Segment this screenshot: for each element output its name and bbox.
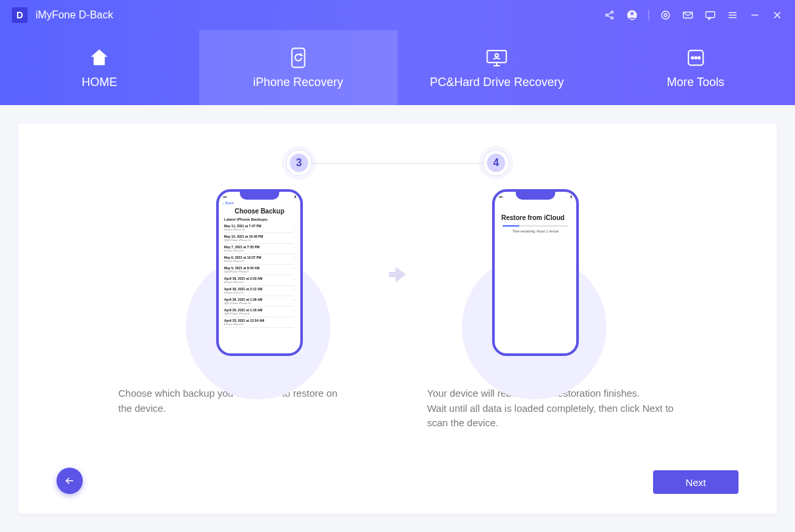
app-title: iMyFone D-Back <box>35 9 113 21</box>
backup-row: May 6, 2021 at 10:57 PMiPhone iPhone 8 <box>224 254 295 265</box>
backup-row: April 28, 2021 at 1:29 AM我的 iPhone iPhon… <box>224 296 295 307</box>
nav-more-label: More Tools <box>667 76 725 89</box>
nav-more-tools[interactable]: More Tools <box>597 30 796 105</box>
backup-row: May 10, 2021 at 10:40 PM我的 iPhone iPhone… <box>224 233 295 244</box>
backup-row: May 7, 2021 at 7:35 PMiPhone iPhone 8 <box>224 244 295 254</box>
svg-point-7 <box>662 11 670 19</box>
nav-pc-recovery[interactable]: PC&Hard Drive Recovery <box>398 30 597 105</box>
nav-home-label: HOME <box>81 76 117 89</box>
step-badge-4: 4 <box>483 150 509 176</box>
titlebar: D iMyFone D-Back <box>0 0 795 30</box>
nav-pc-label: PC&Hard Drive Recovery <box>430 76 564 89</box>
phone-progress-text: Time remaining: About 1 minute <box>495 229 576 233</box>
svg-point-2 <box>611 17 613 19</box>
svg-point-21 <box>495 53 499 56</box>
svg-point-24 <box>694 56 696 58</box>
backup-row: April 26, 2021 at 1:19 AM我的 iPhone iPhon… <box>224 307 295 317</box>
minimize-icon[interactable] <box>749 9 761 21</box>
phone-progress-bar <box>503 225 568 227</box>
account-icon[interactable] <box>626 9 638 21</box>
phone-step-3: ‹ Back Choose Backup Latest iPhone Backu… <box>174 189 345 356</box>
backup-row: May 5, 2021 at 9:42 AM我的iPhone iPhone 8 <box>224 265 295 275</box>
home-icon <box>88 47 110 69</box>
app-logo: D <box>12 7 28 23</box>
phone-left-subheading: Latest iPhone Backups <box>219 217 300 223</box>
phone-back-label: ‹ Back <box>219 201 300 206</box>
svg-line-4 <box>608 16 611 18</box>
backup-row: April 25, 2021 at 12:54 AMiPhone iPhone … <box>224 317 295 328</box>
main-nav: HOME iPhone Recovery PC&Hard Drive Recov… <box>0 30 795 105</box>
svg-rect-10 <box>706 12 715 18</box>
phone-refresh-icon <box>288 47 308 69</box>
backup-row: April 30, 2021 at 2:12 AMiPhone iPhone 8 <box>224 286 295 296</box>
arrow-between-steps <box>384 189 411 360</box>
more-icon <box>686 47 706 69</box>
step-badge-3: 3 <box>286 150 312 176</box>
monitor-icon <box>486 47 508 69</box>
phone-left-heading: Choose Backup <box>219 206 300 217</box>
svg-point-6 <box>631 12 634 15</box>
backup-list: May 11, 2021 at 7:47 PMiPhone iPhone XsM… <box>219 223 300 328</box>
svg-point-0 <box>606 14 608 16</box>
backup-row: April 30, 2021 at 2:03 AMiPhone iPhone 8 <box>224 275 295 286</box>
close-icon[interactable] <box>771 9 783 21</box>
backup-row: May 11, 2021 at 7:47 PMiPhone iPhone Xs <box>224 223 295 233</box>
svg-rect-17 <box>292 48 304 67</box>
phone-step-4: Restore from iCloud Time remaining: Abou… <box>450 189 621 356</box>
svg-point-8 <box>664 14 668 17</box>
svg-point-25 <box>698 56 700 58</box>
svg-line-3 <box>608 12 611 14</box>
content-card: 3 4 ‹ Back Choose Backup Latest iPhone B… <box>18 123 777 514</box>
svg-point-23 <box>691 56 693 58</box>
nav-iphone-label: iPhone Recovery <box>253 76 343 89</box>
next-button[interactable]: Next <box>653 470 738 494</box>
step-indicator-track: 3 4 <box>286 150 509 176</box>
nav-home[interactable]: HOME <box>0 30 199 105</box>
back-button[interactable] <box>57 468 83 494</box>
settings-icon[interactable] <box>660 9 671 21</box>
titlebar-divider <box>648 10 649 20</box>
phone-right-heading: Restore from iCloud <box>495 213 576 224</box>
nav-iphone-recovery[interactable]: iPhone Recovery <box>199 30 398 105</box>
menu-icon[interactable] <box>727 9 738 21</box>
feedback-icon[interactable] <box>704 9 716 21</box>
share-icon[interactable] <box>604 9 616 21</box>
svg-point-1 <box>611 11 613 13</box>
mail-icon[interactable] <box>682 9 694 21</box>
